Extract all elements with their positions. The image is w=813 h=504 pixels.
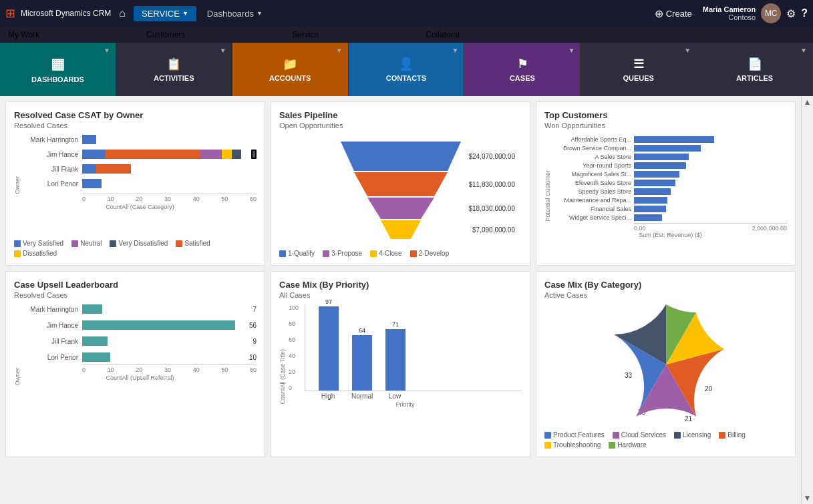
home-icon[interactable]: ⌂: [114, 7, 131, 19]
priority-bars: 97 64 71: [305, 304, 522, 391]
svg-marker-1: [354, 172, 448, 196]
dashboards-tile-chevron: ▼: [104, 47, 110, 54]
funnel-level-3: [334, 198, 468, 219]
upsell-bar-mark: Mark Harrington 7: [23, 304, 257, 314]
contacts-label: CONTACTS: [386, 74, 426, 82]
top-customers-title: Top Customers: [544, 110, 787, 120]
sales-pipeline-subtitle: Open Opportunities: [279, 121, 522, 130]
tile-activities[interactable]: ▼ 📋 ACTIVITIES: [116, 43, 232, 96]
ms-logo: ⊞: [5, 6, 15, 21]
funnel-level-4: [334, 220, 468, 239]
case-mix-category-chart: Case Mix (By Category) Active Cases: [536, 271, 796, 457]
resolved-case-chart-area: Owner Mark Harrington Jim Hance: [14, 135, 257, 236]
dashboard-grid: Resolved Case CSAT by Owner Resolved Cas…: [0, 96, 801, 463]
bar-row-lori: Lori Penor: [23, 179, 257, 188]
bar-row-jill: Jill Frank: [23, 164, 257, 174]
resolved-case-legend: Very Satisfied Neutral Very Dissatisfied…: [14, 240, 257, 257]
case-mix-priority-subtitle: All Cases: [279, 291, 522, 299]
contacts-icon: 👤: [399, 57, 414, 71]
tile-contacts[interactable]: ▼ 👤 CONTACTS: [349, 43, 465, 96]
accounts-icon: 📁: [283, 57, 297, 71]
my-work-section: My Work: [8, 30, 39, 39]
dashboard-scroll[interactable]: Resolved Case CSAT by Owner Resolved Cas…: [0, 96, 801, 504]
case-upsell-subtitle: Resolved Cases: [14, 291, 257, 299]
accounts-tile-chevron: ▼: [336, 47, 343, 54]
pie-chart-svg: [606, 304, 726, 425]
dashboards-icon: ▦: [51, 55, 65, 73]
case-mix-category-legend: Product Features Cloud Services Licensin…: [544, 431, 787, 449]
accounts-label: ACCOUNTS: [269, 74, 311, 82]
case-upsell-chart: Case Upsell Leaderboard Resolved Cases O…: [5, 271, 265, 457]
resolved-case-x-label: CountAll (Case Category): [23, 204, 257, 210]
resolved-case-chart: Resolved Case CSAT by Owner Resolved Cas…: [5, 101, 265, 266]
funnel-area: $24,070,000.00 $11,830,000.00: [279, 135, 522, 246]
case-mix-category-title: Case Mix (By Category): [544, 280, 787, 290]
main-area: Resolved Case CSAT by Owner Resolved Cas…: [0, 96, 813, 504]
dashboards-chevron: ▼: [257, 10, 263, 17]
svg-marker-3: [381, 220, 421, 239]
top-navbar: ⊞ Microsoft Dynamics CRM ⌂ SERVICE ▼ Das…: [0, 0, 813, 27]
jim-hance-dot: [251, 150, 257, 159]
activities-label: ACTIVITIES: [154, 74, 194, 82]
cases-label: CASES: [510, 74, 535, 82]
upsell-bar-jill: Jill Frank 9: [23, 336, 257, 346]
articles-tile-chevron: ▼: [800, 47, 807, 54]
resolved-case-y-axis: Owner: [14, 135, 23, 236]
resolved-case-subtitle: Resolved Cases: [14, 121, 257, 130]
articles-icon: 📄: [748, 57, 762, 71]
sales-pipeline-title: Sales Pipeline: [279, 110, 522, 120]
top-customers-subtitle: Won Opportunities: [544, 121, 787, 130]
service-section: Service: [292, 30, 319, 39]
resolved-case-bars: Mark Harrington Jim Hance: [23, 135, 257, 236]
tile-dashboards[interactable]: ▼ ▦ DASHBOARDS: [0, 43, 116, 96]
svg-marker-2: [367, 198, 434, 219]
collateral-section: Collateral: [426, 30, 460, 39]
resolved-case-title: Resolved Case CSAT by Owner: [14, 110, 257, 120]
user-avatar[interactable]: MC: [761, 3, 781, 23]
nav-right: ⊕ Create Maria Cameron Contoso MC ⚙ ?: [649, 3, 808, 23]
articles-label: ARTICLES: [736, 74, 773, 82]
cases-icon: ⚑: [517, 57, 528, 71]
sales-pipeline-legend: 1-Qualify 3-Propose 4-Close 2-Develop: [279, 250, 522, 257]
settings-icon[interactable]: ⚙: [786, 7, 796, 20]
create-icon: ⊕: [655, 7, 663, 20]
help-icon[interactable]: ?: [801, 7, 808, 19]
brand-name: Microsoft Dynamics CRM: [21, 9, 111, 18]
scroll-down-button[interactable]: ▼: [804, 493, 812, 503]
tile-queues[interactable]: ▼ ☰ QUEUES: [581, 43, 697, 96]
cases-tile-chevron: ▼: [568, 47, 575, 54]
brand: ⊞ Microsoft Dynamics CRM: [5, 6, 111, 21]
scroll-up-button[interactable]: ▲: [804, 97, 812, 107]
queues-icon: ☰: [633, 57, 644, 71]
nav-tiles: ▼ ▦ DASHBOARDS ▼ 📋 ACTIVITIES ▼ 📁 ACCOUN…: [0, 43, 813, 96]
scroll-panel: ▲ ▼: [801, 96, 813, 504]
tile-articles[interactable]: ▼ 📄 ARTICLES: [697, 43, 813, 96]
queues-label: QUEUES: [623, 74, 653, 82]
nav-left: ⊞ Microsoft Dynamics CRM ⌂ SERVICE ▼ Das…: [5, 6, 271, 21]
tile-accounts[interactable]: ▼ 📁 ACCOUNTS: [232, 43, 349, 96]
tile-cases[interactable]: ▼ ⚑ CASES: [464, 43, 581, 96]
create-button[interactable]: ⊕ Create: [649, 5, 697, 23]
svg-marker-0: [341, 142, 461, 171]
funnel-level-1: [334, 142, 468, 171]
top-customers-chart: Top Customers Won Opportunities Potentia…: [536, 101, 796, 266]
service-chevron: ▼: [182, 10, 188, 17]
funnel-level-2: [334, 172, 468, 196]
customers-section: Customers: [146, 30, 185, 39]
dashboards-label: DASHBOARDS: [31, 75, 84, 83]
activities-tile-chevron: ▼: [220, 47, 226, 54]
upsell-bar-jim: Jim Hance 56: [23, 320, 257, 330]
dashboards-nav[interactable]: Dashboards ▼: [199, 6, 271, 21]
bar-row-mark: Mark Harrington: [23, 135, 257, 144]
case-mix-category-subtitle: Active Cases: [544, 291, 787, 299]
upsell-bar-lori: Lori Penor 10: [23, 352, 257, 362]
sales-pipeline-chart: Sales Pipeline Open Opportunities $24,07…: [271, 101, 530, 266]
case-mix-priority-title: Case Mix (By Priority): [279, 280, 522, 290]
customers-bars: Affordable Sports Eq... Brown Service Co…: [554, 136, 787, 221]
user-info: Maria Cameron Contoso: [703, 5, 756, 21]
section-bar: My Work Customers Service Collateral: [0, 27, 813, 43]
queues-tile-chevron: ▼: [684, 47, 691, 54]
upsell-x-label: CountAll (Upsell Referral): [23, 374, 257, 381]
service-nav[interactable]: SERVICE ▼: [134, 6, 196, 21]
activities-icon: 📋: [166, 57, 181, 71]
